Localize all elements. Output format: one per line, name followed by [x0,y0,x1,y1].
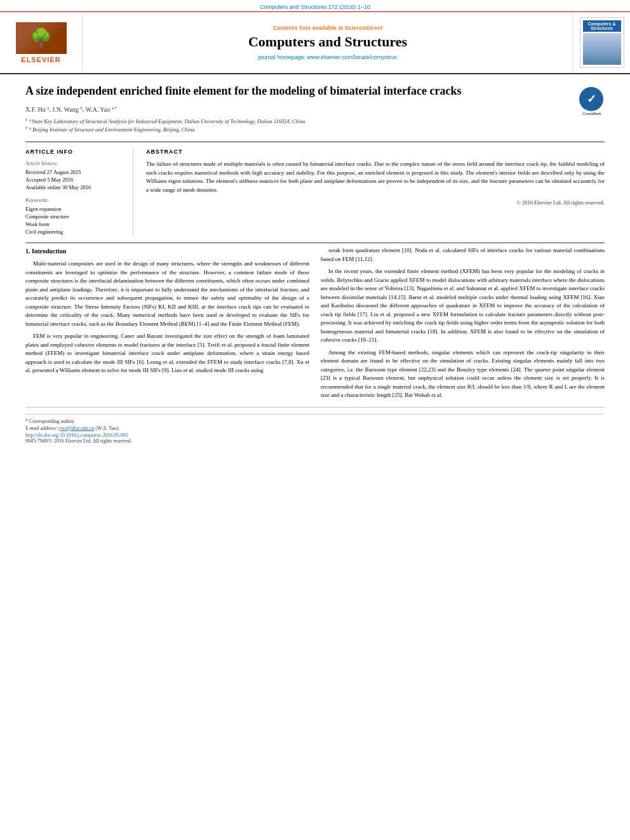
body-col-right: weak form quadrature element [10]. Noda … [321,246,605,404]
article-title: A size independent enriched finite eleme… [25,84,566,98]
section-divider [25,243,605,243]
journal-header: ELSEVIER Contents lists available at Sci… [0,12,630,74]
sciencedirect-name: ScienceDirect [345,25,383,31]
email-person: (W.A. Yao). [95,425,119,431]
intro-para-3: weak form quadrature element [10]. Noda … [321,246,605,263]
accepted-date: Accepted 5 May 2016 [25,177,123,183]
article-info: Article Info Article history: Received 2… [25,149,133,236]
intro-para-2: FEM is very popular in engineering. Cane… [25,332,309,375]
keywords-label: Keywords: [25,197,123,203]
keyword-3: Weak form [25,221,123,227]
doi-link[interactable]: http://dx.doi.org/10.1016/j.compstruc.20… [25,432,605,438]
issn-text: 0045-7949/© 2016 Elsevier Ltd. All right… [25,438,605,444]
journal-thumbnail: Computers & Structures [580,17,624,68]
email-link[interactable]: ywa@dlut.edu.cn [58,425,94,431]
thumbnail-title: Computers & Structures [583,20,621,32]
elsevier-tree-icon [16,22,67,54]
article-footer: * Corresponding author. E-mail address: … [25,414,605,444]
crossmark-badge: ✓ CrossMark [579,87,605,112]
email-label: E-mail address: [25,425,57,431]
top-bar: Computers and Structures 172 (2016) 1–10 [0,0,630,12]
elsevier-logo: ELSEVIER [16,22,67,63]
elsevier-logo-section: ELSEVIER [0,12,83,73]
author-1: X.F. Hu a [25,106,49,113]
intro-para-1: Multi-material composites are used in th… [25,260,309,328]
email-note: E-mail address: ywa@dlut.edu.cn (W.A. Ya… [25,425,605,431]
authors: X.F. Hu a, J.N. Wang b, W.A. Yao a,* [25,105,605,112]
intro-para-4: In the recent years, the extended finite… [321,267,605,345]
intro-heading: 1. Introduction [25,246,309,256]
thumbnail-image [583,33,621,65]
copyright: © 2016 Elsevier Ltd. All rights reserved… [146,199,605,206]
journal-header-center: Contents lists available at ScienceDirec… [83,12,573,73]
page: Computers and Structures 172 (2016) 1–10… [0,0,630,840]
abstract-section: Abstract The failure of structures made … [146,149,605,236]
journal-title: Computers and Structures [248,34,407,50]
sciencedirect-text: Contents lists available at ScienceDirec… [273,25,383,31]
available-date: Available online 30 May 2016 [25,184,123,190]
keyword-1: Eigen expansion [25,206,123,212]
elsevier-name: ELSEVIER [21,56,60,63]
journal-volume-link[interactable]: Computers and Structures 172 (2016) 1–10 [260,4,370,10]
keyword-2: Composite structure [25,213,123,220]
journal-thumbnail-section: Computers & Structures [573,12,630,73]
affiliation-b: b ᵇ Beijing Institute of Structure and E… [25,125,605,134]
abstract-text: The failure of structures made of multip… [146,160,605,194]
intro-para-5: Among the existing FEM-based methods, si… [321,349,605,400]
body-col-left: 1. Introduction Multi-material composite… [25,246,309,404]
article-info-heading: Article Info [25,149,123,155]
affiliation-a: a ᵃ State Key Laboratory of Structural A… [25,117,605,126]
affiliations: a ᵃ State Key Laboratory of Structural A… [25,117,605,134]
journal-homepage: journal homepage: www.elsevier.com/locat… [258,54,397,60]
abstract-heading: Abstract [146,149,605,155]
article-content: ✓ CrossMark A size independent enriched … [0,74,630,453]
crossmark-icon: ✓ [579,87,603,111]
article-info-abstract-section: Article Info Article history: Received 2… [25,142,605,236]
history-label: Article history: [25,160,123,166]
footer-divider [25,407,605,408]
contents-text: Contents lists available at [273,25,344,31]
corresponding-note: * Corresponding author. [25,418,605,424]
author-2: J.N. Wang b [52,106,83,113]
author-3: W.A. Yao a,* [86,106,117,113]
keyword-4: Civil engineering [25,229,123,235]
body-text: 1. Introduction Multi-material composite… [25,246,605,404]
received-date: Received 27 August 2015 [25,169,123,175]
